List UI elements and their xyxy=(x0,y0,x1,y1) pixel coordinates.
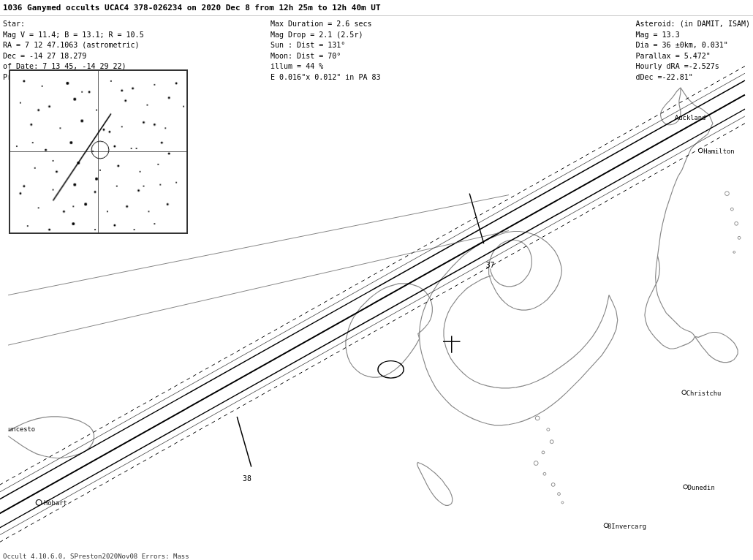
star-ra: RA = 7 12 47.1063 (astrometric) xyxy=(3,40,144,51)
asteroid-ddec: dDec =-22.81" xyxy=(635,72,750,83)
page-title: 1036 Ganymed occults UCAC4 378-026234 on… xyxy=(0,0,753,16)
star-label: Star: xyxy=(3,19,144,30)
svg-text:Auckland: Auckland xyxy=(675,114,705,121)
svg-text:38: 38 xyxy=(243,474,251,483)
asteroid-mag: Mag = 13.3 xyxy=(635,30,750,41)
mag-drop: Mag Drop = 2.1 (2.5r) xyxy=(270,30,381,41)
title-text: 1036 Ganymed occults UCAC4 378-026234 on… xyxy=(3,3,381,12)
asteroid-dia: Dia = 36 ±0km, 0.031" xyxy=(635,40,750,51)
svg-text:Dunedin: Dunedin xyxy=(688,484,715,491)
star-dec: Dec = -14 27 18.279 xyxy=(3,51,144,62)
max-duration: Max Duration = 2.6 secs xyxy=(270,19,381,30)
footer: Occult 4.10.6.0, SPreston2020Nov08 Error… xyxy=(3,553,189,560)
error: E 0.016"x 0.012" in PA 83 xyxy=(270,72,381,83)
illum: illum = 44 % xyxy=(270,61,381,72)
svg-text:uncesto: uncesto xyxy=(8,425,35,433)
info-center-panel: Max Duration = 2.6 secs Mag Drop = 2.1 (… xyxy=(270,19,381,83)
svg-text:8Invercarg: 8Invercarg xyxy=(608,523,646,530)
svg-text:Hobart: Hobart xyxy=(44,499,67,507)
star-chart-inset xyxy=(9,69,188,234)
svg-text:Hamilton: Hamilton xyxy=(703,148,734,155)
moon-dist: Moon: Dist = 70° xyxy=(270,51,381,62)
svg-text:Christchu: Christchu xyxy=(686,390,722,397)
info-right-panel: Asteroid: (in DAMIT, ISAM) Mag = 13.3 Di… xyxy=(635,19,750,83)
asteroid-hourly-dra: Hourly dRA =-2.527s xyxy=(635,61,750,72)
star-mag: Mag V = 11.4; B = 13.1; R = 10.5 xyxy=(3,30,144,41)
sun-dist: Sun : Dist = 131° xyxy=(270,40,381,51)
star-chart-canvas xyxy=(10,70,187,233)
footer-text: Occult 4.10.6.0, SPreston2020Nov08 Error… xyxy=(3,553,189,560)
asteroid-label: Asteroid: (in DAMIT, ISAM) xyxy=(635,19,750,30)
asteroid-parallax: Parallax = 5.472" xyxy=(635,51,750,62)
svg-text:37: 37 xyxy=(486,261,495,269)
